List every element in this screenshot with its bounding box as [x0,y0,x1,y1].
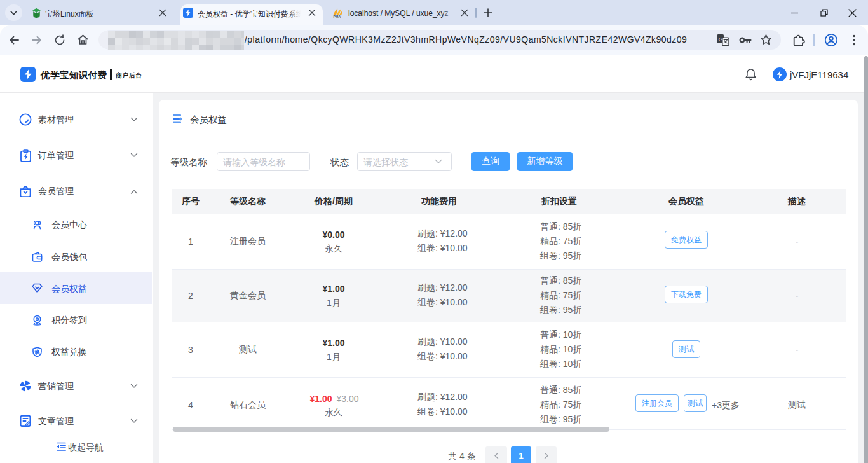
svg-text:PMA: PMA [334,15,341,18]
